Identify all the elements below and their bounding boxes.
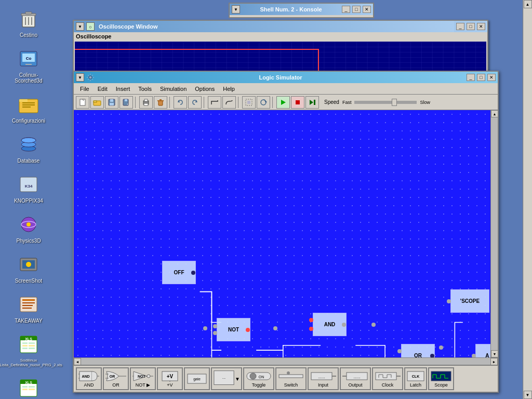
menu-edit[interactable]: Edit <box>94 85 112 93</box>
konsole-maximize-btn[interactable]: □ <box>352 6 361 13</box>
toolbar-wire-ortho-btn[interactable] <box>208 96 221 109</box>
osc-menu-btn[interactable]: ▼ <box>76 22 84 31</box>
toolbar-wire-curve-btn[interactable] <box>222 96 236 109</box>
svg-rect-2 <box>25 12 32 14</box>
toolbar-redo-btn[interactable] <box>188 96 202 109</box>
toolbar-rotate-btn[interactable] <box>257 96 270 109</box>
palette-clock-label: Clock <box>382 382 394 388</box>
svg-rect-12 <box>22 102 35 103</box>
menu-options[interactable]: Options <box>191 85 219 93</box>
palette-output-label: Output <box>348 382 362 388</box>
speed-slider-track[interactable] <box>354 101 417 104</box>
svg-rect-36 <box>22 342 28 344</box>
konsole-menu-btn[interactable]: ▼ <box>232 5 240 14</box>
toolbar-save-btn[interactable] <box>105 96 118 109</box>
gate-or[interactable]: OR <box>401 344 435 357</box>
palette-input[interactable]: ....... Input <box>308 367 339 390</box>
icon-takeaway[interactable]: TAKEAWAY <box>2 290 55 326</box>
desktop: Cestino Co Colinux- Scorched3d <box>0 0 532 399</box>
palette-output[interactable]: ....... Output <box>340 367 371 390</box>
gate-and1[interactable]: AND <box>313 313 347 336</box>
icon-configurazioni[interactable]: Configurazioni <box>2 90 55 126</box>
svg-rect-70 <box>157 100 164 101</box>
toolbar-stop-btn[interactable] <box>291 96 304 109</box>
icon-screenshot[interactable]: ScreenShot <box>2 250 55 286</box>
speed-slider-handle[interactable] <box>392 99 397 106</box>
svg-rect-61 <box>110 99 113 102</box>
svg-rect-81 <box>314 100 315 105</box>
osc-minimize-btn[interactable]: _ <box>456 23 464 30</box>
gate-not1[interactable]: NOT <box>217 318 250 341</box>
icon-label-sodilinux1: Sodilinux 2_Lista_Definitiva_nuovi_PRG_2… <box>0 358 62 367</box>
svg-point-24 <box>26 222 31 227</box>
konsole-close-btn[interactable]: ✕ <box>363 6 371 13</box>
icon-database[interactable]: Database <box>2 130 55 166</box>
logic-minimize-btn[interactable]: _ <box>467 74 475 81</box>
icon-sodilinux1[interactable]: XLS Sodilinux 2_Lista_Definitiva_nuovi_P… <box>2 330 55 369</box>
menu-file[interactable]: File <box>76 85 94 93</box>
icon-sodilinux2[interactable]: XLS Sodilinux 2_Schede_ALPHA1.xls <box>2 374 55 399</box>
logic-canvas[interactable]: OFF NOT NOT <box>74 110 498 357</box>
hscroll-left-btn[interactable]: ◄ <box>74 358 81 365</box>
toolbar-move-btn[interactable] <box>242 96 256 109</box>
palette-dropdown[interactable]: ... ▼ <box>211 367 242 390</box>
palette-dropdown-arrow: ▼ <box>235 376 240 382</box>
palette-and[interactable]: AND AND <box>76 367 102 390</box>
palette-or[interactable]: OR OR <box>103 367 129 390</box>
menu-tools[interactable]: Tools <box>134 85 156 93</box>
osc-close-btn[interactable]: ✕ <box>477 23 485 30</box>
icon-cestino[interactable]: Cestino <box>2 4 55 40</box>
palette-latch[interactable]: CLK Latch <box>404 367 427 390</box>
scroll-down-btn[interactable]: ▼ <box>524 391 532 399</box>
toolbar-bin-btn[interactable] <box>154 96 167 109</box>
palette-and-label: AND <box>84 382 94 388</box>
konsole-minimize-btn[interactable]: _ <box>342 6 350 13</box>
toolbar-sep5 <box>272 97 274 108</box>
svg-rect-69 <box>158 101 163 105</box>
vscroll-down-btn[interactable]: ▼ <box>491 350 498 357</box>
icon-label-takeaway: TAKEAWAY <box>15 318 42 324</box>
gate-off1[interactable]: OFF <box>162 261 196 284</box>
toolbar-step-btn[interactable] <box>305 96 319 109</box>
icon-label-cestino: Cestino <box>20 32 37 38</box>
icon-knoppix[interactable]: K34 KNOPPIX34 <box>2 170 55 206</box>
vscroll-track[interactable] <box>491 117 498 350</box>
palette-clock[interactable]: Clock <box>372 367 403 390</box>
gate-scope[interactable]: 'SCOPE <box>450 289 489 313</box>
toolbar-new-btn[interactable] <box>76 96 89 109</box>
svg-text:K34: K34 <box>25 184 33 189</box>
hscroll-track[interactable] <box>81 358 490 365</box>
palette-toggle[interactable]: ON Toggle <box>243 367 274 390</box>
osc-title: Oscilloscope Window <box>97 21 454 32</box>
menu-help[interactable]: Help <box>219 85 239 93</box>
icon-colinux[interactable]: Co Colinux- Scorched3d <box>2 44 55 86</box>
logic-close-btn[interactable]: ✕ <box>487 74 496 81</box>
palette-custom[interactable]: gate <box>184 367 210 390</box>
palette-switch[interactable]: Switch <box>275 367 307 390</box>
icon-physics3d[interactable]: Physics3D <box>2 210 55 246</box>
wires-layer <box>74 110 498 357</box>
palette-scope[interactable]: Scope <box>428 367 454 390</box>
hscroll-right-btn[interactable]: ► <box>490 358 498 365</box>
svg-rect-31 <box>22 305 33 306</box>
palette-not[interactable]: NOT NOT ▶ <box>130 367 156 390</box>
svg-point-92 <box>147 375 150 378</box>
svg-text:XLS: XLS <box>25 337 32 341</box>
toolbar-saveas-btn[interactable]: + <box>119 96 133 109</box>
logic-maximize-btn[interactable]: □ <box>477 74 485 81</box>
palette-vplus[interactable]: +V +V <box>157 367 183 390</box>
toolbar-undo-btn[interactable] <box>174 96 187 109</box>
scroll-up-btn[interactable]: ▲ <box>524 0 532 8</box>
toolbar-print-btn[interactable] <box>139 96 153 109</box>
toolbar-open-btn[interactable] <box>90 96 104 109</box>
svg-text:NOT: NOT <box>138 375 146 378</box>
osc-maximize-btn[interactable]: □ <box>467 23 475 30</box>
svg-rect-38 <box>22 345 28 347</box>
menu-insert[interactable]: Insert <box>112 85 135 93</box>
logic-menu-btn[interactable]: ▼ <box>76 73 84 82</box>
svg-marker-80 <box>310 100 313 105</box>
svg-text:.......: ....... <box>353 375 361 379</box>
toolbar-play-btn[interactable] <box>276 96 290 109</box>
menu-simulation[interactable]: Simulation <box>156 85 191 93</box>
vscroll-up-btn[interactable]: ▲ <box>491 110 498 117</box>
